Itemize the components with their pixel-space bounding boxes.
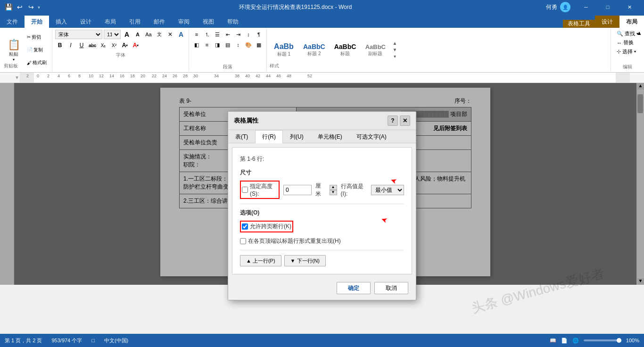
uien-icon[interactable]: 文 — [155, 30, 164, 39]
align-left-button[interactable]: ◧ — [192, 40, 201, 50]
restore-button[interactable]: □ — [597, 0, 619, 14]
strikethrough-button[interactable]: abc — [88, 41, 97, 50]
ok-button[interactable]: 确定 — [337, 282, 371, 294]
close-button[interactable]: ✕ — [619, 0, 640, 14]
list-bullet-button[interactable]: ≡ — [192, 30, 201, 39]
show-marks-button[interactable]: ¶ — [254, 30, 264, 39]
allow-break-checkbox[interactable] — [242, 223, 248, 230]
select-button[interactable]: ⊹ 选择 ▾ — [614, 48, 641, 56]
cut-button[interactable]: ✂ 剪切 — [25, 33, 48, 41]
specify-height-checkbox-label[interactable]: 指定高度(S): — [242, 182, 278, 197]
tab-layout[interactable]: 布局 — [98, 16, 123, 28]
tab-references[interactable]: 引用 — [123, 16, 147, 28]
font-case-button[interactable]: Aa — [144, 30, 153, 39]
redo-icon[interactable]: ↪ — [26, 2, 36, 12]
tab-design[interactable]: 设计 — [74, 16, 98, 28]
paste-dropdown-icon[interactable]: ▾ — [13, 58, 15, 62]
ruler-mark-20: 20 — [140, 74, 145, 78]
next-row-button[interactable]: ▼ 下一行(N) — [284, 255, 326, 266]
view-read-icon[interactable]: 📖 — [550, 338, 556, 344]
font-family-select[interactable]: 宋体 — [55, 30, 102, 39]
paste-icon: 📋 — [8, 39, 20, 51]
allow-break-checkbox-label[interactable]: 允许跨页断行(K) — [242, 223, 291, 231]
text-effect-button[interactable]: A — [176, 30, 186, 39]
zoom-slider[interactable] — [584, 339, 621, 341]
sort-button[interactable]: ↕ — [244, 30, 253, 39]
list-number-button[interactable]: ⒈ — [202, 30, 212, 39]
ruler-mark-38: 38 — [235, 74, 239, 78]
repeat-header-checkbox-label[interactable]: 在各页顶端以标题行形式重复出现(H) — [240, 237, 341, 245]
underline-button[interactable]: U — [77, 41, 86, 50]
height-value-input[interactable] — [283, 185, 312, 195]
tab-table-layout[interactable]: 布局 — [619, 16, 644, 28]
subscript-button[interactable]: X₂ — [99, 41, 108, 50]
replace-icon: ↔ — [617, 40, 622, 46]
copy-button[interactable]: 📄 复制 — [25, 46, 48, 54]
tab-mailings[interactable]: 邮件 — [147, 16, 172, 28]
superscript-button[interactable]: X² — [109, 41, 119, 50]
shading-button[interactable]: 🎨 — [244, 40, 253, 50]
tab-review[interactable]: 审阅 — [172, 16, 196, 28]
indent-increase-button[interactable]: ⇥ — [233, 30, 243, 39]
tab-insert[interactable]: 插入 — [49, 16, 74, 28]
text-highlight-button[interactable]: A ▾ — [120, 41, 130, 50]
bold-button[interactable]: B — [55, 41, 65, 50]
font-size-select[interactable]: 11 — [104, 30, 121, 39]
style-scroll-button[interactable]: ▲ ▼ ▾ — [391, 40, 398, 60]
format-painter-button[interactable]: 🖌 格式刷 — [25, 59, 48, 66]
style-subtitle[interactable]: AaBbC 副标题 — [361, 41, 389, 59]
repeat-header-checkbox[interactable] — [240, 238, 246, 244]
indent-decrease-button[interactable]: ⇤ — [223, 30, 232, 39]
dropdown-arrow-icon[interactable]: ▾ — [38, 5, 40, 10]
dialog-tab-column[interactable]: 列(U) — [283, 130, 311, 143]
justify-button[interactable]: ▤ — [223, 40, 232, 50]
view-print-icon[interactable]: 📄 — [561, 338, 568, 344]
style-heading[interactable]: AaBbC 标题 — [330, 41, 360, 59]
line-spacing-button[interactable]: ↕ — [233, 40, 243, 50]
row-height-select[interactable]: 最小值 固定值 — [371, 185, 404, 195]
clipboard-small-buttons: ✂ 剪切 📄 复制 🖌 格式刷 — [25, 31, 48, 69]
minimize-button[interactable]: ─ — [575, 0, 597, 14]
replace-button[interactable]: ↔ 替换 — [614, 39, 641, 47]
style-heading1-label: 标题 1 — [277, 51, 290, 58]
view-web-icon[interactable]: 🌐 — [572, 338, 579, 344]
tab-home[interactable]: 开始 — [25, 16, 49, 28]
tab-file[interactable]: 文件 — [0, 16, 25, 28]
align-center-button[interactable]: ≡ — [202, 40, 212, 50]
ruler-mark-14: 14 — [109, 74, 114, 78]
spin-up-button[interactable]: ▲ — [330, 185, 337, 190]
ruler-scale: 2 0 2 4 6 8 10 12 14 16 18 20 22 24 26 2… — [20, 73, 630, 83]
tab-table-design[interactable]: 设计 — [595, 16, 619, 28]
ruler-mark-2b: 2 — [47, 74, 50, 78]
font-shrink-button[interactable]: A — [133, 30, 142, 39]
tab-view[interactable]: 视图 — [196, 16, 221, 28]
font-color-button[interactable]: A ▾ — [131, 41, 140, 50]
dialog-tab-table[interactable]: 表(T) — [228, 130, 255, 143]
font-color-a-icon: A — [133, 42, 137, 49]
dialog-help-button[interactable]: ? — [388, 116, 398, 126]
dialog-titlebar: 表格属性 ? ✕ — [228, 112, 416, 130]
undo-icon[interactable]: ↩ — [15, 2, 25, 12]
dialog-tab-cell[interactable]: 单元格(E) — [311, 130, 349, 143]
font-grow-button[interactable]: A — [122, 30, 132, 39]
save-icon[interactable]: 💾 — [4, 2, 13, 12]
border-button[interactable]: ▦ — [254, 40, 264, 50]
spin-down-button[interactable]: ▼ — [330, 190, 337, 195]
dialog-tab-row[interactable]: 行(R) — [255, 130, 283, 143]
style-heading2[interactable]: AaBbC 标题 2 — [299, 41, 329, 59]
dialog-close-button[interactable]: ✕ — [400, 116, 410, 126]
prev-row-button[interactable]: ▲ 上一行(P) — [240, 255, 281, 266]
specify-height-checkbox[interactable] — [242, 187, 248, 193]
align-right-button[interactable]: ◨ — [213, 40, 222, 50]
ruler-mark-44: 44 — [266, 74, 271, 78]
dialog-tab-alttext[interactable]: 可选文字(A) — [349, 130, 394, 143]
list-multilevel-button[interactable]: ☰ — [213, 30, 222, 39]
italic-button[interactable]: I — [66, 41, 75, 50]
style-heading1[interactable]: AaBb 标题 1 — [270, 41, 298, 59]
style-heading1-preview: AaBb — [274, 42, 294, 51]
ribbon-expand-button[interactable]: ▲ — [636, 30, 642, 36]
clipboard-label: 剪贴板 — [4, 63, 18, 69]
tab-help[interactable]: 帮助 — [221, 16, 245, 28]
cancel-button[interactable]: 取消 — [374, 282, 408, 294]
clear-format-button[interactable]: ✕ — [165, 30, 175, 39]
